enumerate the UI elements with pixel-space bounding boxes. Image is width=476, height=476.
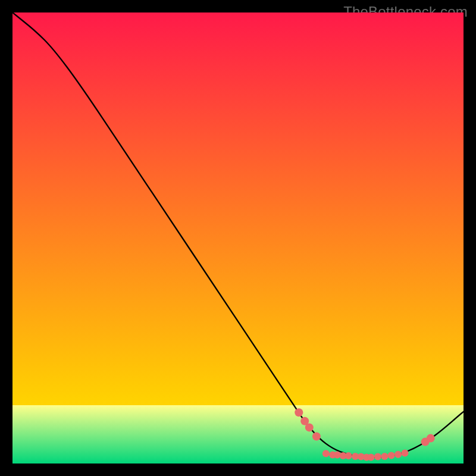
trough-markers <box>381 453 388 460</box>
chart-svg <box>12 12 464 464</box>
descent-markers <box>305 423 314 431</box>
trough-markers <box>402 450 409 457</box>
trough-markers <box>388 452 395 459</box>
bg-gradient-main <box>12 12 464 405</box>
trough-markers <box>322 450 330 457</box>
ascent-markers <box>427 434 435 443</box>
descent-markers <box>295 408 303 416</box>
trough-markers <box>368 453 375 461</box>
descent-markers <box>312 433 321 441</box>
trough-markers <box>374 453 381 461</box>
trough-markers <box>394 451 402 458</box>
chart-frame: TheBottleneck.com <box>0 0 476 476</box>
plot-area <box>12 12 464 464</box>
trough-markers <box>345 452 352 459</box>
